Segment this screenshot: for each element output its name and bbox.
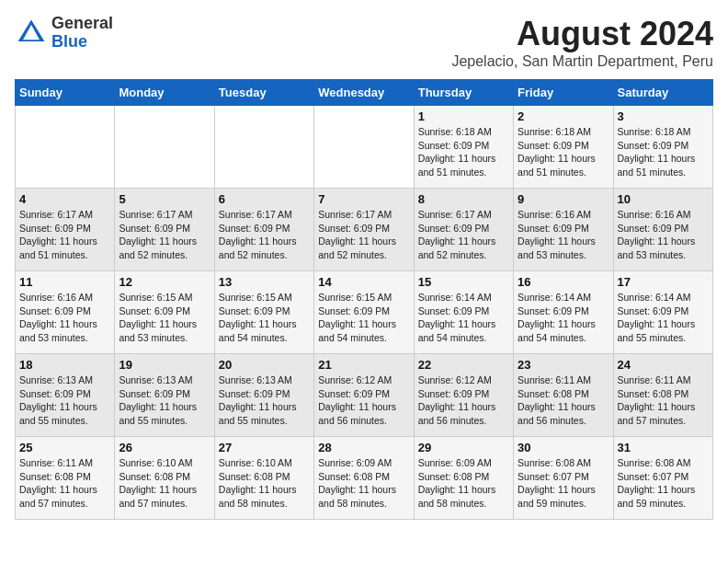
- calendar-cell: 18Sunrise: 6:13 AM Sunset: 6:09 PM Dayli…: [16, 354, 115, 437]
- weekday-header-saturday: Saturday: [613, 80, 712, 106]
- day-info: Sunrise: 6:08 AM Sunset: 6:07 PM Dayligh…: [618, 456, 709, 511]
- week-row-4: 18Sunrise: 6:13 AM Sunset: 6:09 PM Dayli…: [16, 354, 713, 437]
- calendar-body: 1Sunrise: 6:18 AM Sunset: 6:09 PM Daylig…: [16, 106, 713, 520]
- day-number: 26: [119, 441, 210, 454]
- day-info: Sunrise: 6:16 AM Sunset: 6:09 PM Dayligh…: [518, 208, 609, 262]
- day-info: Sunrise: 6:17 AM Sunset: 6:09 PM Dayligh…: [19, 208, 110, 262]
- calendar-cell: 28Sunrise: 6:09 AM Sunset: 6:08 PM Dayli…: [314, 437, 414, 520]
- day-info: Sunrise: 6:17 AM Sunset: 6:09 PM Dayligh…: [318, 208, 409, 262]
- calendar-cell: [314, 106, 414, 189]
- calendar-cell: 17Sunrise: 6:14 AM Sunset: 6:09 PM Dayli…: [613, 271, 712, 354]
- day-number: 31: [618, 441, 709, 454]
- calendar-cell: 26Sunrise: 6:10 AM Sunset: 6:08 PM Dayli…: [115, 437, 214, 520]
- day-number: 1: [418, 109, 509, 123]
- day-info: Sunrise: 6:14 AM Sunset: 6:09 PM Dayligh…: [618, 291, 709, 345]
- calendar-cell: 21Sunrise: 6:12 AM Sunset: 6:09 PM Dayli…: [314, 354, 414, 437]
- calendar-cell: 11Sunrise: 6:16 AM Sunset: 6:09 PM Dayli…: [16, 271, 115, 354]
- day-info: Sunrise: 6:16 AM Sunset: 6:09 PM Dayligh…: [19, 291, 110, 345]
- calendar-cell: 25Sunrise: 6:11 AM Sunset: 6:08 PM Dayli…: [16, 437, 115, 520]
- day-number: 8: [418, 192, 509, 206]
- day-number: 2: [518, 109, 609, 123]
- calendar-cell: [16, 106, 115, 189]
- calendar-cell: 15Sunrise: 6:14 AM Sunset: 6:09 PM Dayli…: [414, 271, 513, 354]
- day-info: Sunrise: 6:09 AM Sunset: 6:08 PM Dayligh…: [418, 456, 509, 511]
- calendar-cell: 27Sunrise: 6:10 AM Sunset: 6:08 PM Dayli…: [214, 437, 313, 520]
- logo-text: General Blue: [51, 15, 113, 52]
- day-info: Sunrise: 6:11 AM Sunset: 6:08 PM Dayligh…: [618, 373, 709, 428]
- calendar-cell: 20Sunrise: 6:13 AM Sunset: 6:09 PM Dayli…: [214, 354, 313, 437]
- weekday-header-thursday: Thursday: [414, 80, 513, 106]
- day-number: 18: [19, 358, 110, 372]
- day-number: 12: [119, 275, 210, 289]
- calendar-cell: 6Sunrise: 6:17 AM Sunset: 6:09 PM Daylig…: [214, 189, 313, 271]
- calendar-cell: 13Sunrise: 6:15 AM Sunset: 6:09 PM Dayli…: [214, 271, 313, 354]
- day-info: Sunrise: 6:16 AM Sunset: 6:09 PM Dayligh…: [618, 208, 709, 262]
- day-number: 4: [19, 192, 110, 206]
- day-number: 25: [19, 441, 110, 454]
- calendar-cell: 16Sunrise: 6:14 AM Sunset: 6:09 PM Dayli…: [514, 271, 613, 354]
- day-number: 29: [418, 441, 509, 454]
- calendar-cell: [115, 106, 214, 189]
- day-number: 15: [418, 275, 509, 289]
- day-info: Sunrise: 6:17 AM Sunset: 6:09 PM Dayligh…: [219, 208, 310, 262]
- calendar-cell: 4Sunrise: 6:17 AM Sunset: 6:09 PM Daylig…: [16, 189, 115, 271]
- day-number: 13: [219, 275, 310, 289]
- day-info: Sunrise: 6:13 AM Sunset: 6:09 PM Dayligh…: [19, 373, 110, 428]
- calendar-cell: 31Sunrise: 6:08 AM Sunset: 6:07 PM Dayli…: [613, 437, 712, 520]
- day-number: 9: [518, 192, 609, 206]
- page-header: General Blue August 2024 Jepelacio, San …: [15, 15, 713, 70]
- calendar-cell: 19Sunrise: 6:13 AM Sunset: 6:09 PM Dayli…: [115, 354, 214, 437]
- day-info: Sunrise: 6:09 AM Sunset: 6:08 PM Dayligh…: [318, 456, 409, 511]
- calendar-cell: 2Sunrise: 6:18 AM Sunset: 6:09 PM Daylig…: [514, 106, 613, 189]
- day-number: 16: [518, 275, 609, 289]
- day-info: Sunrise: 6:11 AM Sunset: 6:08 PM Dayligh…: [518, 373, 609, 428]
- calendar-cell: 22Sunrise: 6:12 AM Sunset: 6:09 PM Dayli…: [414, 354, 513, 437]
- weekday-header-monday: Monday: [115, 80, 214, 106]
- calendar-cell: 23Sunrise: 6:11 AM Sunset: 6:08 PM Dayli…: [514, 354, 613, 437]
- weekday-header-row: SundayMondayTuesdayWednesdayThursdayFrid…: [16, 80, 713, 106]
- day-number: 22: [418, 358, 509, 372]
- day-info: Sunrise: 6:13 AM Sunset: 6:09 PM Dayligh…: [119, 373, 210, 428]
- day-info: Sunrise: 6:08 AM Sunset: 6:07 PM Dayligh…: [518, 456, 609, 511]
- day-info: Sunrise: 6:10 AM Sunset: 6:08 PM Dayligh…: [219, 456, 310, 511]
- day-info: Sunrise: 6:18 AM Sunset: 6:09 PM Dayligh…: [418, 125, 509, 179]
- day-number: 7: [318, 192, 409, 206]
- calendar-cell: 3Sunrise: 6:18 AM Sunset: 6:09 PM Daylig…: [613, 106, 712, 189]
- day-number: 27: [219, 441, 310, 454]
- day-number: 10: [618, 192, 709, 206]
- day-number: 3: [618, 109, 709, 123]
- day-number: 28: [318, 441, 409, 454]
- calendar-table: SundayMondayTuesdayWednesdayThursdayFrid…: [15, 79, 713, 520]
- calendar-cell: 14Sunrise: 6:15 AM Sunset: 6:09 PM Dayli…: [314, 271, 414, 354]
- day-info: Sunrise: 6:17 AM Sunset: 6:09 PM Dayligh…: [119, 208, 210, 262]
- day-number: 11: [19, 275, 110, 289]
- title-block: August 2024 Jepelacio, San Martin Depart…: [451, 15, 713, 70]
- weekday-header-friday: Friday: [514, 80, 613, 106]
- logo-general-text: General: [51, 14, 113, 32]
- calendar-cell: 29Sunrise: 6:09 AM Sunset: 6:08 PM Dayli…: [414, 437, 513, 520]
- day-info: Sunrise: 6:12 AM Sunset: 6:09 PM Dayligh…: [318, 373, 409, 428]
- day-number: 5: [119, 192, 210, 206]
- page-title: August 2024: [451, 15, 713, 53]
- day-info: Sunrise: 6:18 AM Sunset: 6:09 PM Dayligh…: [618, 125, 709, 179]
- logo-icon: [15, 17, 48, 50]
- calendar-cell: [214, 106, 313, 189]
- calendar-cell: 7Sunrise: 6:17 AM Sunset: 6:09 PM Daylig…: [314, 189, 414, 271]
- calendar-cell: 9Sunrise: 6:16 AM Sunset: 6:09 PM Daylig…: [514, 189, 613, 271]
- day-number: 14: [318, 275, 409, 289]
- day-number: 23: [518, 358, 609, 372]
- calendar-header: SundayMondayTuesdayWednesdayThursdayFrid…: [16, 80, 713, 106]
- calendar-cell: 10Sunrise: 6:16 AM Sunset: 6:09 PM Dayli…: [613, 189, 712, 271]
- week-row-3: 11Sunrise: 6:16 AM Sunset: 6:09 PM Dayli…: [16, 271, 713, 354]
- page-subtitle: Jepelacio, San Martin Department, Peru: [451, 53, 713, 70]
- day-info: Sunrise: 6:15 AM Sunset: 6:09 PM Dayligh…: [119, 291, 210, 345]
- calendar-cell: 1Sunrise: 6:18 AM Sunset: 6:09 PM Daylig…: [414, 106, 513, 189]
- day-info: Sunrise: 6:14 AM Sunset: 6:09 PM Dayligh…: [518, 291, 609, 345]
- day-info: Sunrise: 6:12 AM Sunset: 6:09 PM Dayligh…: [418, 373, 509, 428]
- day-number: 24: [618, 358, 709, 372]
- calendar-cell: 5Sunrise: 6:17 AM Sunset: 6:09 PM Daylig…: [115, 189, 214, 271]
- day-info: Sunrise: 6:14 AM Sunset: 6:09 PM Dayligh…: [418, 291, 509, 345]
- day-number: 20: [219, 358, 310, 372]
- calendar-cell: 12Sunrise: 6:15 AM Sunset: 6:09 PM Dayli…: [115, 271, 214, 354]
- day-info: Sunrise: 6:17 AM Sunset: 6:09 PM Dayligh…: [418, 208, 509, 262]
